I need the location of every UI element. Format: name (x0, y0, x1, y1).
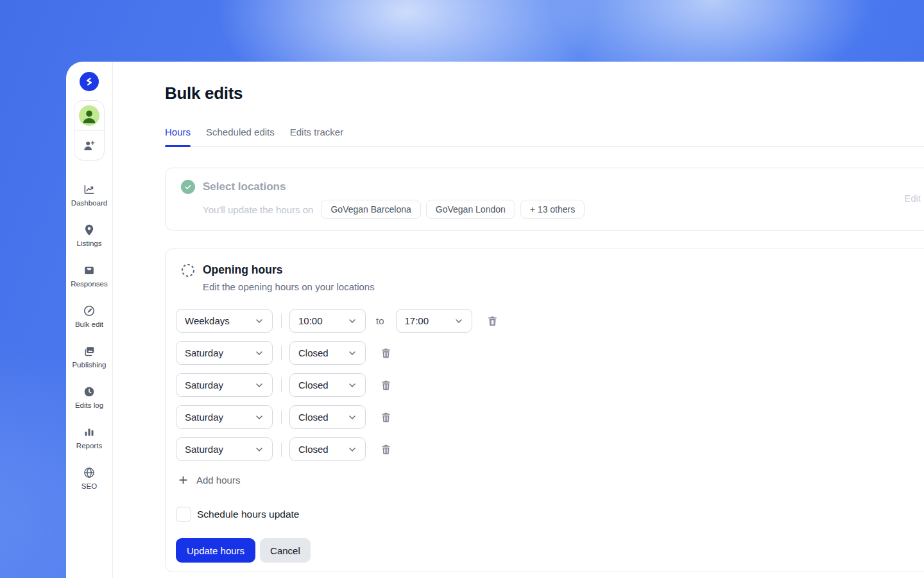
delete-hours-button[interactable] (380, 346, 392, 360)
trash-icon (486, 315, 499, 328)
delete-hours-button[interactable] (380, 442, 392, 457)
trash-icon (380, 379, 392, 392)
day-select-value: Saturday (185, 412, 223, 423)
update-hours-button[interactable]: Update hours (176, 538, 255, 563)
clock-icon (83, 385, 96, 398)
bar-chart-icon (83, 426, 96, 439)
dashed-circle-icon (181, 263, 195, 277)
tab-bar: Hours Scheduled edits Edits tracker (165, 127, 924, 147)
sidebar-item-label: Responses (71, 280, 108, 288)
avatar (79, 105, 99, 126)
status-select-value: Closed (298, 412, 329, 423)
from-time-value: 10:00 (298, 315, 323, 326)
divider (281, 378, 282, 392)
status-select[interactable]: Closed (289, 373, 366, 397)
day-select[interactable]: Saturday (176, 405, 273, 429)
status-select[interactable]: Closed (289, 341, 366, 365)
to-time-value: 17:00 (405, 315, 429, 326)
tab-hours[interactable]: Hours (165, 127, 191, 146)
sidebar-nav: Dashboard Listings Responses (66, 183, 113, 507)
from-time-select[interactable]: 10:00 (289, 309, 366, 333)
status-select[interactable]: Closed (289, 405, 366, 429)
plus-icon (178, 475, 188, 485)
opening-hours-card: Opening hours Edit the opening hours on … (165, 249, 924, 572)
account-switcher (74, 100, 105, 161)
location-chip: GoVegan London (426, 200, 515, 219)
hours-row: Saturday Closed (176, 341, 924, 365)
divider (281, 442, 282, 457)
inbox-icon (83, 264, 96, 277)
map-pin-icon (83, 223, 96, 236)
sidebar-item-bulk-edit[interactable]: Bulk edit (66, 304, 113, 328)
chevron-down-icon (348, 381, 357, 390)
sidebar-item-label: Edits log (75, 401, 103, 409)
day-select-value: Saturday (185, 347, 223, 358)
day-select[interactable]: Weekdays (176, 309, 273, 333)
sidebar-item-label: Listings (77, 240, 102, 247)
app-panel: Dashboard Listings Responses (66, 62, 924, 578)
day-select[interactable]: Saturday (176, 373, 273, 397)
schedule-hours-row: Schedule hours update (176, 507, 924, 522)
day-select-value: Saturday (185, 380, 223, 390)
sidebar-item-listings[interactable]: Listings (66, 223, 113, 247)
status-select-value: Closed (298, 347, 329, 358)
location-chip-others: + 13 others (520, 200, 585, 219)
chevron-down-icon (255, 445, 264, 454)
cancel-button[interactable]: Cancel (260, 538, 311, 563)
schedule-hours-checkbox[interactable] (176, 507, 191, 522)
day-select-value: Weekdays (185, 315, 230, 326)
status-select-value: Closed (298, 444, 329, 455)
sidebar-item-reports[interactable]: Reports (66, 426, 113, 450)
trash-icon (380, 443, 392, 456)
divider (281, 314, 282, 328)
chevron-down-icon (255, 381, 264, 390)
brand-logo[interactable] (80, 72, 99, 91)
pencil-circle-icon (83, 304, 96, 317)
chevron-down-icon (348, 413, 357, 422)
photos-icon (83, 345, 96, 358)
sidebar-item-responses[interactable]: Responses (66, 264, 113, 288)
to-time-select[interactable]: 17:00 (396, 309, 472, 333)
main-content: Bulk edits Hours Scheduled edits Edits t… (113, 62, 924, 578)
person-plus-icon (82, 139, 96, 153)
chevron-down-icon (255, 413, 264, 422)
locations-prefix-text: You'll update the hours on (203, 204, 313, 215)
sidebar-item-seo[interactable]: SEO (66, 466, 113, 490)
day-select[interactable]: Saturday (176, 341, 273, 365)
sidebar-item-dashboard[interactable]: Dashboard (66, 183, 113, 207)
hours-row: Saturday Closed (176, 437, 924, 461)
chevron-down-icon (348, 349, 357, 358)
add-hours-button[interactable]: Add hours (178, 475, 240, 486)
add-account-button[interactable] (74, 130, 104, 160)
opening-hours-subtitle: Edit the opening hours on your locations (203, 281, 375, 292)
account-avatar-button[interactable] (74, 101, 104, 130)
chevron-down-icon (348, 317, 357, 326)
hours-row: Weekdays 10:00 to 17:00 (176, 309, 924, 333)
sidebar-item-label: Bulk edit (75, 320, 103, 328)
page-title: Bulk edits (165, 83, 924, 103)
select-locations-title: Select locations (203, 180, 286, 193)
person-icon (79, 105, 99, 126)
actions-row: Update hours Cancel (176, 538, 924, 563)
chevron-down-icon (255, 317, 264, 326)
delete-hours-button[interactable] (380, 410, 392, 425)
chart-line-icon (83, 183, 96, 196)
divider (281, 346, 282, 360)
tab-scheduled-edits[interactable]: Scheduled edits (206, 127, 275, 146)
tab-edits-tracker[interactable]: Edits tracker (290, 127, 343, 146)
globe-icon (83, 466, 96, 479)
day-select[interactable]: Saturday (176, 437, 273, 461)
select-locations-card: Select locations You'll update the hours… (165, 168, 924, 231)
delete-hours-button[interactable] (380, 378, 392, 392)
sidebar-item-edits-log[interactable]: Edits log (66, 385, 113, 409)
sidebar: Dashboard Listings Responses (66, 62, 113, 578)
status-select[interactable]: Closed (289, 437, 366, 461)
hours-rows: Weekdays 10:00 to 17:00 (176, 309, 924, 461)
chevron-down-icon (454, 317, 463, 326)
edit-locations-button[interactable]: Edit (904, 193, 921, 204)
opening-hours-title: Opening hours (203, 263, 375, 277)
delete-hours-button[interactable] (486, 314, 499, 328)
sidebar-item-publishing[interactable]: Publishing (66, 345, 113, 369)
hours-row: Saturday Closed (176, 405, 924, 429)
trash-icon (380, 411, 392, 424)
